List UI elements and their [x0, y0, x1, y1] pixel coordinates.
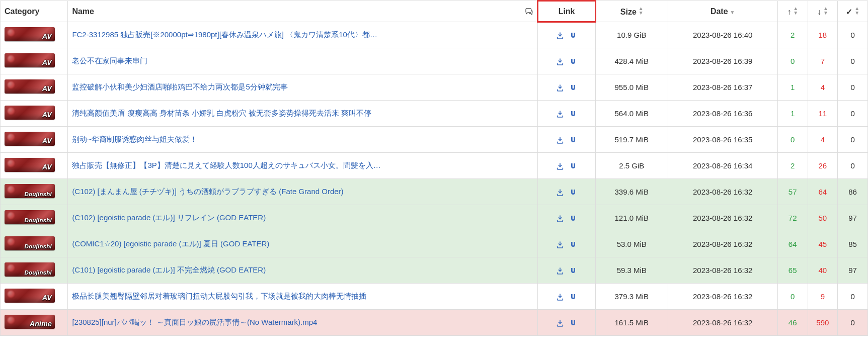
- category-label: AV: [42, 58, 52, 66]
- link-cell: [538, 153, 596, 179]
- torrent-link[interactable]: 清纯高颜值美眉 瘦瘦高高 身材苗条 小娇乳 白虎粉穴 被无套多姿势操得死去活来 …: [72, 109, 371, 117]
- date-cell: 2023-08-26 16:32: [668, 205, 777, 231]
- download-icon[interactable]: [556, 292, 565, 301]
- download-icon[interactable]: [556, 187, 565, 196]
- category-label: Doujinshi: [25, 269, 52, 276]
- torrent-link[interactable]: FC2-3312985 独占販売[※20000pt⇒1980pt][春休み温泉ハ…: [72, 30, 377, 39]
- download-icon[interactable]: [556, 56, 565, 65]
- comments-icon: [525, 7, 533, 16]
- download-icon[interactable]: [556, 135, 565, 144]
- torrent-link[interactable]: (COMIC1☆20) [egoistic parade (エル)] 夏日 (G…: [72, 239, 269, 248]
- leechers-cell: 4: [808, 127, 838, 153]
- leechers-cell: 7: [808, 48, 838, 74]
- arrow-up-icon: ↑: [787, 8, 791, 16]
- date-cell: 2023-08-26 16:32: [668, 257, 777, 284]
- magnet-icon[interactable]: [569, 109, 578, 118]
- download-icon[interactable]: [556, 82, 565, 92]
- magnet-icon[interactable]: [569, 187, 578, 196]
- link-cell: [538, 22, 596, 48]
- category-badge[interactable]: AV: [5, 27, 55, 41]
- torrent-link[interactable]: 极品长腿美翘臀隔壁邻居对着玻璃门扭动大屁股勾引我，下场就是被我的大肉棒无情抽插: [72, 292, 366, 300]
- table-row: AV别动~华裔制服诱惑肉丝与姐夫做爱！519.7 MiB2023-08-26 1…: [1, 127, 868, 153]
- magnet-icon[interactable]: [569, 239, 578, 248]
- torrent-link[interactable]: [230825][nur]パパ喝ッ！ ～真面目ッ娘の尻活事情～(No Water…: [72, 318, 317, 326]
- name-cell: (C102) [egoistic parade (エル)] リフレイン (GOD…: [68, 205, 538, 231]
- th-date-label: Date: [711, 7, 728, 16]
- completed-cell: 85: [838, 231, 868, 257]
- link-cell: [538, 74, 596, 101]
- category-cell: AV: [1, 127, 68, 153]
- category-badge[interactable]: Doujinshi: [5, 210, 55, 224]
- download-icon[interactable]: [556, 161, 565, 170]
- link-cell: [538, 284, 596, 310]
- torrent-link[interactable]: 监控破解小伙和美少妇酒店啪啪鸡巴不给力两次都是5分钟就完事: [72, 82, 287, 91]
- download-icon[interactable]: [556, 239, 565, 248]
- category-badge[interactable]: AV: [5, 132, 55, 146]
- magnet-icon[interactable]: [569, 56, 578, 65]
- category-badge[interactable]: AV: [5, 106, 55, 120]
- th-link[interactable]: Link: [538, 1, 596, 22]
- seeders-cell: 2: [777, 153, 808, 179]
- category-cell: AV: [1, 284, 68, 310]
- category-badge[interactable]: Anime: [5, 315, 55, 329]
- completed-cell: 0: [838, 310, 868, 336]
- seeders-cell: 1: [777, 74, 808, 101]
- torrent-link[interactable]: 老公不在家同事来串门: [72, 56, 147, 65]
- th-category[interactable]: Category: [1, 1, 68, 22]
- download-icon[interactable]: [556, 31, 565, 40]
- download-icon[interactable]: [556, 318, 565, 327]
- torrent-link[interactable]: (C102) [egoistic parade (エル)] リフレイン (GOD…: [72, 213, 266, 222]
- date-cell: 2023-08-26 16:32: [668, 284, 777, 310]
- magnet-icon[interactable]: [569, 213, 578, 222]
- table-row: Anime[230825][nur]パパ喝ッ！ ～真面目ッ娘の尻活事情～(No …: [1, 310, 868, 336]
- date-cell: 2023-08-26 16:32: [668, 179, 777, 205]
- magnet-icon[interactable]: [569, 135, 578, 144]
- download-icon[interactable]: [556, 109, 565, 118]
- magnet-icon[interactable]: [569, 82, 578, 92]
- category-label: AV: [42, 163, 52, 171]
- download-icon[interactable]: [556, 265, 565, 275]
- magnet-icon[interactable]: [569, 292, 578, 301]
- name-cell: (C101) [egoistic parade (エル)] 不完全燃焼 (GOD…: [68, 257, 538, 284]
- torrent-link[interactable]: 独占販売【無修正】【3P】清楚に見えて経験人数100人超えのサキュバス小女。間髪…: [72, 161, 380, 169]
- name-cell: [230825][nur]パパ喝ッ！ ～真面目ッ娘の尻活事情～(No Water…: [68, 310, 538, 336]
- name-cell: (C102) [まんまん屋 (チチヅキ)] うちの酒頼がラブラブすぎる (Fat…: [68, 179, 538, 205]
- category-badge[interactable]: AV: [5, 53, 55, 67]
- name-cell: 别动~华裔制服诱惑肉丝与姐夫做爱！: [68, 127, 538, 153]
- torrent-link[interactable]: (C102) [まんまん屋 (チチヅキ)] うちの酒頼がラブラブすぎる (Fat…: [72, 187, 343, 196]
- category-label: Doujinshi: [25, 217, 52, 223]
- size-cell: 339.6 MiB: [596, 179, 668, 205]
- date-cell: 2023-08-26 16:34: [668, 153, 777, 179]
- download-icon[interactable]: [556, 213, 565, 222]
- sort-desc-icon: [730, 10, 735, 15]
- th-seeders[interactable]: ↑: [777, 1, 808, 22]
- torrent-link[interactable]: 别动~华裔制服诱惑肉丝与姐夫做爱！: [72, 135, 197, 143]
- completed-cell: 0: [838, 48, 868, 74]
- th-link-label: Link: [559, 7, 575, 16]
- category-badge[interactable]: Doujinshi: [5, 262, 55, 277]
- th-name[interactable]: Name: [68, 1, 538, 22]
- magnet-icon[interactable]: [569, 161, 578, 170]
- category-badge[interactable]: AV: [5, 158, 55, 172]
- seeders-cell: 64: [777, 231, 808, 257]
- seeders-cell: 1: [777, 101, 808, 127]
- magnet-icon[interactable]: [569, 318, 578, 327]
- completed-cell: 0: [838, 101, 868, 127]
- magnet-icon[interactable]: [569, 31, 578, 40]
- th-date[interactable]: Date: [668, 1, 777, 22]
- magnet-icon[interactable]: [569, 265, 578, 275]
- category-badge[interactable]: Doujinshi: [5, 184, 55, 198]
- table-row: Doujinshi(C101) [egoistic parade (エル)] 不…: [1, 257, 868, 284]
- category-badge[interactable]: AV: [5, 79, 55, 94]
- th-size[interactable]: Size: [596, 1, 668, 22]
- date-cell: 2023-08-26 16:36: [668, 101, 777, 127]
- category-badge[interactable]: AV: [5, 289, 55, 303]
- category-label: AV: [42, 111, 52, 119]
- completed-cell: 0: [838, 153, 868, 179]
- category-badge[interactable]: Doujinshi: [5, 236, 55, 250]
- torrent-link[interactable]: (C101) [egoistic parade (エル)] 不完全燃焼 (GOD…: [72, 265, 266, 274]
- table-row: Doujinshi(COMIC1☆20) [egoistic parade (エ…: [1, 231, 868, 257]
- th-completed[interactable]: ✓: [838, 1, 868, 22]
- size-cell: 59.3 MiB: [596, 257, 668, 284]
- th-leechers[interactable]: ↓: [808, 1, 838, 22]
